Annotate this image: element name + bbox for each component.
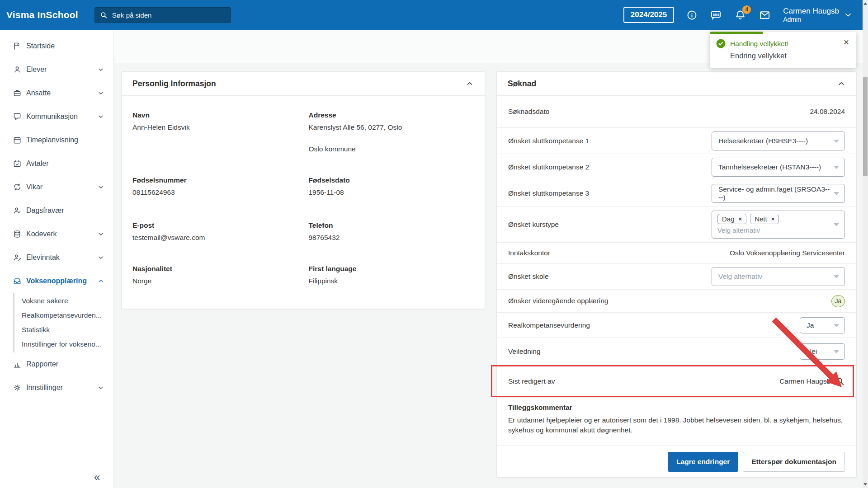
sidebar-collapse-button[interactable]: « [94,471,100,483]
field-value: Filippinsk [309,277,474,285]
sidebar-item-rapporter[interactable]: Rapporter [0,352,113,376]
close-icon[interactable]: × [844,37,849,47]
row-label: Ønsket sluttkompetanse 1 [508,137,589,145]
row-label: Ønsket kurstype [508,221,559,229]
row-label: Ønsket skole [508,272,549,281]
gear-icon [13,383,22,392]
success-toast: Handling vellykket! Endring vellykket × [710,32,856,68]
briefcase-icon [13,89,22,98]
scrollbar-down-arrow[interactable] [863,483,867,486]
search-input[interactable] [112,11,226,19]
personal-info-card: Personlig Informasjon Navn Ann-Helen Eid… [121,71,485,309]
sms-button[interactable]: SMS [710,9,722,21]
sidebar-item-ansatte[interactable]: Ansatte [0,81,113,105]
mail-button[interactable] [759,9,771,21]
chip-label: Dag [722,215,735,223]
sidebar-item-avtaler[interactable]: Avtaler [0,152,113,175]
comment-label: Tilleggskommentar [508,404,845,412]
sidebar-item-elever[interactable]: Elever [0,58,113,81]
calendar-icon [13,136,22,145]
field-fodselsdato: Fødselsdato 1956-11-08 [309,176,474,221]
field-label: Fødselsdato [309,176,474,184]
sidebar-item-kommunikasjon[interactable]: Kommunikasjon [0,105,113,128]
toast-progress-bar [710,32,763,34]
field-label: E-post [132,221,298,230]
field-label: Nasjonalitet [132,265,298,273]
onsket-skole-select[interactable]: Velg alternativ [712,267,845,286]
field-value: Norge [132,277,298,285]
field-epost: E-post testemail@vsware.com [132,221,298,265]
envelope-icon [759,9,771,21]
last-edited-by-value: Carmen Haugsb [779,377,830,385]
save-changes-button[interactable]: Lagre endringer [668,452,738,472]
multiselect-placeholder: Velg alternativ [717,226,831,234]
sidebar-item-label: Dagsfravær [26,206,104,215]
videregaende-status-badge: Ja [831,295,845,307]
sidebar-item-label: Kodeverk [26,230,93,238]
field-value: Karenslyst Alle 56, 0277, Oslo [309,123,474,131]
user-role: Admin [783,16,839,23]
row-label: Realkompetansevurdering [508,321,590,329]
sluttkompetanse-2-select[interactable]: Tannhelsesekretær (HSTAN3----) [712,158,845,177]
submenu-item-innstillinger-voksenopplaering[interactable]: Innstillinger for vokseno... [14,337,113,352]
field-value: testemail@vsware.com [132,234,298,242]
row-sist-redigert: Sist redigert av Carmen Haugsb [497,366,856,398]
field-navn: Navn Ann-Helen Eidsvik [132,111,298,176]
action-buttons-row: Lagre endringer Etterspør dokumentasjon [497,446,856,478]
sidebar-item-innstillinger[interactable]: Innstillinger [0,376,113,399]
sidebar-item-dagsfravaer[interactable]: Dagsfravær [0,199,113,222]
sidebar-item-timeplanvisning[interactable]: Timeplanvisning [0,128,113,152]
sms-icon: SMS [710,9,722,21]
chevron-down-icon [97,230,104,238]
page-scrollbar[interactable] [863,0,868,488]
row-label: Ønsket sluttkompetanse 3 [508,189,589,197]
sidebar-item-label: Elevinntak [26,253,93,262]
select-value: Ja [807,321,814,329]
sidebar-item-kodeverk[interactable]: Kodeverk [0,222,113,246]
app-header: Visma InSchool 2024/2025 SMS [0,0,868,30]
app-logo[interactable]: Visma InSchool [6,9,78,20]
sidebar-item-label: Ansatte [26,89,93,97]
sidebar-item-label: Innstillinger [26,384,93,392]
collapse-panel-icon[interactable] [466,80,474,88]
kurstype-multiselect[interactable]: Dag × Nett × Velg alternativ [712,211,845,239]
field-value: Ann-Helen Eidsvik [132,123,298,131]
remove-chip-icon[interactable]: × [739,216,742,222]
magnifier-icon[interactable] [835,376,845,386]
submenu-item-voksne-sokere[interactable]: Voksne søkere [14,294,113,308]
veiledning-select[interactable]: Nei [800,343,845,360]
toast-title: Handling vellykket! [730,40,788,48]
submenu-item-statistikk[interactable]: Statistikk [14,323,113,337]
chevron-down-icon [97,384,104,391]
sidebar-item-label: Voksenopplæring [26,277,93,285]
row-value: 24.08.2024 [810,108,845,116]
chevron-down-icon [97,113,104,120]
collapse-panel-icon[interactable] [837,80,845,88]
person-edit-icon [13,253,22,262]
notifications-button[interactable]: 4 [734,9,746,21]
school-year-selector[interactable]: 2024/2025 [623,7,674,23]
scrollbar-thumb[interactable] [863,77,868,176]
field-first-language: First language Filippinsk [309,265,474,285]
remove-chip-icon[interactable]: × [771,216,775,222]
global-search[interactable] [94,7,231,23]
caret-down-icon [834,275,839,278]
field-label: Fødselsnummer [132,176,298,184]
sluttkompetanse-3-select[interactable]: Service- og admin.faget (SRSOA3----) [712,184,845,203]
scrollbar-up-arrow[interactable] [863,2,867,5]
sidebar-item-startside[interactable]: Startside [0,34,113,58]
sidebar-item-vikar[interactable]: Vikar [0,175,113,199]
submenu-item-realkompetansevurdering[interactable]: Realkompetansevurderi... [14,308,113,323]
caret-down-icon [834,140,839,143]
request-documentation-button[interactable]: Etterspør dokumentasjon [743,452,845,472]
realkompetanse-select[interactable]: Ja [800,317,845,333]
row-label: Veiledning [508,347,541,356]
sidebar-item-voksenopplaering[interactable]: Voksenopplæring [0,269,113,293]
sidebar-item-elevinntak[interactable]: Elevinntak [0,246,113,269]
select-placeholder: Velg alternativ [718,272,762,281]
field-value: 1956-11-08 [309,188,474,197]
sluttkompetanse-1-select[interactable]: Helsesekretær (HSHSE3----) [712,131,845,150]
caret-down-icon [834,192,839,195]
info-button[interactable] [686,9,698,21]
user-menu[interactable]: Carmen Haugsb Admin [783,7,853,23]
